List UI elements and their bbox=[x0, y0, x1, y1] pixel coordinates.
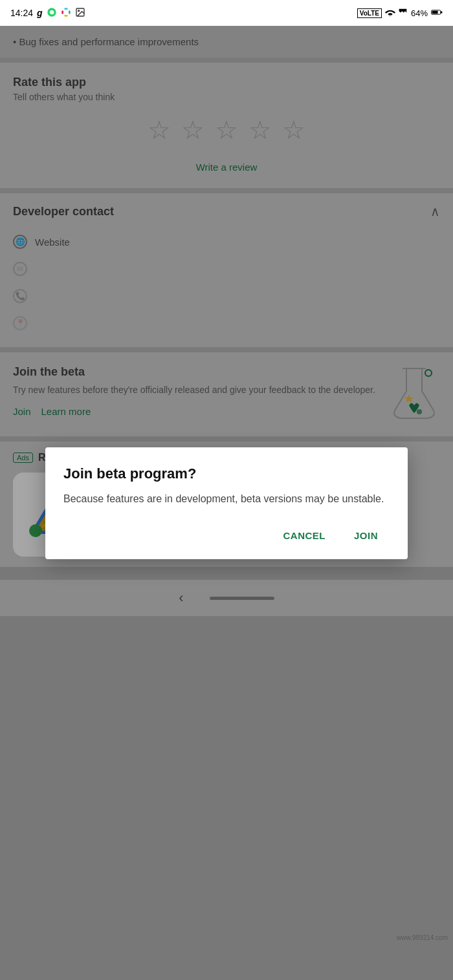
dialog-body: Because features are in development, bet… bbox=[63, 491, 390, 507]
svg-rect-9 bbox=[432, 10, 438, 14]
svg-rect-8 bbox=[441, 11, 443, 13]
gallery-icon bbox=[75, 7, 85, 19]
slack-icon bbox=[61, 7, 71, 19]
g-icon: g bbox=[37, 8, 43, 18]
battery-label: 64% bbox=[411, 8, 428, 18]
time-label: 14:24 bbox=[10, 8, 33, 18]
join-beta-dialog: Join beta program? Because features are … bbox=[45, 447, 408, 559]
battery-icon bbox=[431, 8, 443, 18]
signal-icon bbox=[399, 8, 408, 19]
dialog-title: Join beta program? bbox=[63, 465, 390, 482]
svg-rect-2 bbox=[64, 8, 67, 10]
join-button[interactable]: JOIN bbox=[342, 522, 390, 549]
dialog-buttons: CANCEL JOIN bbox=[63, 522, 390, 549]
background-content: • Bug fixes and performance improvements… bbox=[0, 26, 453, 980]
volte-badge: VoLTE bbox=[357, 8, 382, 18]
wifi-icon bbox=[385, 8, 395, 18]
status-right: VoLTE 64% bbox=[357, 8, 443, 19]
svg-rect-4 bbox=[64, 15, 67, 17]
dialog-overlay: Join beta program? Because features are … bbox=[0, 26, 453, 980]
svg-point-6 bbox=[78, 10, 79, 11]
cancel-button[interactable]: CANCEL bbox=[271, 522, 337, 549]
status-left: 14:24 g bbox=[10, 7, 85, 19]
svg-rect-3 bbox=[69, 10, 71, 14]
status-bar: 14:24 g VoLTE 64% bbox=[0, 0, 453, 26]
svg-rect-1 bbox=[61, 10, 63, 14]
whatsapp-icon bbox=[47, 7, 57, 19]
